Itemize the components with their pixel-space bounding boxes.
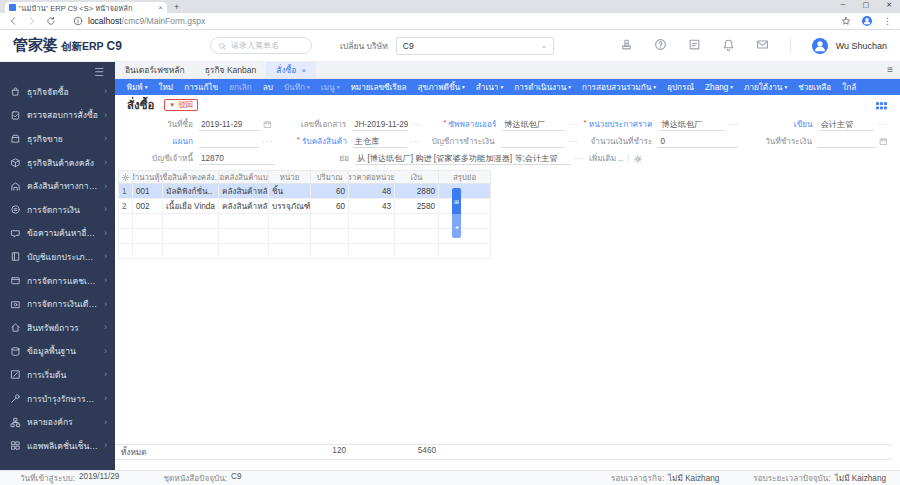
grid-column-header[interactable]: จำนวนหุ้น xyxy=(133,170,163,184)
toolbar-button[interactable]: ภายใต้งาน▾ xyxy=(739,81,793,94)
grid-column-header[interactable]: ชื่อสินค้าคงคลัง.. xyxy=(163,170,219,184)
sidebar-item[interactable]: บัญชีแยกประเภททั่วไป› xyxy=(0,245,115,269)
grid-empty-cell[interactable] xyxy=(269,244,311,259)
grid-empty-cell[interactable] xyxy=(133,244,163,259)
grid-cell[interactable]: 60 xyxy=(311,184,349,199)
toolbar-button[interactable]: อุปกรณ์ xyxy=(662,81,700,94)
grid-cell[interactable]: 60 xyxy=(311,199,349,214)
grid-cell[interactable] xyxy=(439,184,491,199)
grid-empty-cell[interactable] xyxy=(133,229,163,244)
grid-empty-cell[interactable] xyxy=(311,244,349,259)
help-icon[interactable] xyxy=(654,37,667,55)
toolbar-button[interactable]: หมายเลขซีเรียล xyxy=(345,81,412,94)
grid-empty-cell[interactable] xyxy=(163,229,219,244)
field-input[interactable]: 会计主管 xyxy=(819,118,874,131)
browser-menu-icon[interactable]: ⋮ xyxy=(883,16,892,26)
grid-empty-cell[interactable] xyxy=(118,229,133,244)
toolbar-button[interactable]: สุขภาพดีขึ้น▾ xyxy=(412,81,470,94)
grid-settings-header[interactable] xyxy=(118,170,133,184)
grid-column-header[interactable]: ราคาต่อหน่วย xyxy=(349,170,395,184)
back-icon[interactable] xyxy=(8,16,18,26)
ellipsis-button[interactable]: ··· xyxy=(411,120,422,129)
document-tab[interactable]: อินเตอร์เฟซหลัก xyxy=(115,62,195,78)
field-input[interactable]: 主仓库 xyxy=(353,135,407,148)
grid-empty-cell[interactable] xyxy=(439,244,491,259)
sidebar-item[interactable]: สินทรัพย์ถาวร› xyxy=(0,316,115,340)
note-icon[interactable] xyxy=(688,37,701,55)
info-icon[interactable] xyxy=(73,16,83,26)
ellipsis-button[interactable]: ··· xyxy=(574,154,585,163)
document-tab[interactable]: ธุรกิจ Kanban xyxy=(195,62,267,78)
toolbar-button[interactable]: เมนู▾ xyxy=(315,81,345,94)
sidebar-item[interactable]: ธุรกิจขาย› xyxy=(0,127,115,151)
calendar-icon[interactable] xyxy=(263,120,272,129)
mail-icon[interactable] xyxy=(756,37,769,55)
grid-empty-cell[interactable] xyxy=(395,244,439,259)
ellipsis-button[interactable]: ··· xyxy=(262,137,273,146)
bell-icon[interactable] xyxy=(722,37,735,55)
grid-cell[interactable]: มัลติฟังก์ชั่น.. xyxy=(163,184,219,199)
browser-profile-avatar[interactable] xyxy=(862,16,872,26)
document-tab[interactable]: สั่งซื้อ× xyxy=(266,62,316,78)
sidebar-item[interactable]: การบำรุงรักษาระบบ› xyxy=(0,387,115,411)
grid-empty-cell[interactable] xyxy=(439,229,491,244)
grid-column-header[interactable]: สรุปย่อ xyxy=(439,170,491,184)
row-number-cell[interactable]: 1 xyxy=(118,184,133,199)
close-icon[interactable]: ✕ xyxy=(886,1,892,9)
user-name[interactable]: Wu Shuchan xyxy=(836,41,887,51)
toolbar-button[interactable]: การสอบสวนร่วมกัน▾ xyxy=(577,81,662,94)
field-label[interactable]: * รับคลังสินค้า xyxy=(277,135,347,148)
user-avatar[interactable] xyxy=(812,38,828,54)
field-label[interactable]: เขียน xyxy=(743,118,813,131)
grid-column-header[interactable]: หน่วย xyxy=(269,170,311,184)
reload-icon[interactable] xyxy=(46,16,56,26)
grid-empty-cell[interactable] xyxy=(219,229,269,244)
sidebar-item[interactable]: ข้อมูลพื้นฐาน› xyxy=(0,340,115,364)
field-input[interactable] xyxy=(501,135,565,148)
side-panel-handle[interactable]: ⊞ ◂ xyxy=(452,188,461,238)
menu-search-box[interactable] xyxy=(210,37,312,54)
sidebar-item[interactable]: แอพพลิเคชั่นเซ็นเตอร์› xyxy=(0,434,115,458)
grid-empty-cell[interactable] xyxy=(133,214,163,229)
field-input[interactable]: JH-2019-11-29-00004 xyxy=(352,118,408,131)
grid-column-header[interactable]: เงิน xyxy=(395,170,439,184)
grid-empty-cell[interactable] xyxy=(219,244,269,259)
search-input[interactable] xyxy=(231,41,301,50)
toolbar-button[interactable]: บันทึก▾ xyxy=(278,81,315,94)
grid-cell[interactable]: บรรจุภัณฑ์ xyxy=(269,199,311,214)
sidebar-item[interactable]: การเริ่มต้น› xyxy=(0,363,115,387)
toolbar-button[interactable]: พิมพ์▾ xyxy=(121,81,153,94)
qr-grid-icon[interactable] xyxy=(875,99,888,117)
grid-cell[interactable]: เนื้อเยื่อ Vinda xyxy=(163,199,219,214)
browser-tab[interactable]: "แม่บ้าน" ERP C9 <S> หน้าจอหลัก × xyxy=(5,2,167,13)
gear-icon[interactable] xyxy=(633,154,643,164)
field-label[interactable]: แผนก xyxy=(123,135,193,148)
url-field[interactable]: localhost /cmc9/MainForm.gspx xyxy=(73,16,841,26)
toolbar-button[interactable]: สำเนา▾ xyxy=(470,81,508,94)
grid-cell[interactable]: 43 xyxy=(349,199,395,214)
grid-cell[interactable]: 2580 xyxy=(395,199,439,214)
grid-empty-cell[interactable] xyxy=(349,214,395,229)
company-select[interactable]: C9 ⌄ xyxy=(396,37,554,55)
sidebar-item[interactable]: คลังสินค้าทางกายภาพ› xyxy=(0,174,115,198)
toolbar-button[interactable]: Zhang▾ xyxy=(700,83,739,92)
sidebar-item[interactable]: ข้อความค้นหาอื่น ๆ› xyxy=(0,222,115,246)
tabstrip-menu-icon[interactable]: ≡ xyxy=(887,65,893,75)
field-input[interactable] xyxy=(199,135,259,148)
sidebar-item[interactable]: การจัดการเงิน› xyxy=(0,198,115,222)
grid-empty-cell[interactable] xyxy=(349,244,395,259)
stamp-icon[interactable] xyxy=(620,37,633,55)
grid-empty-cell[interactable] xyxy=(269,214,311,229)
grid-cell[interactable]: คลังสินค้าหลัก xyxy=(219,199,269,214)
toolbar-button[interactable]: ใหม่ xyxy=(153,81,179,94)
grid-empty-cell[interactable] xyxy=(118,244,133,259)
sidebar-item[interactable]: การจัดการเงินเดือน› xyxy=(0,292,115,316)
field-label[interactable]: * หน่วยประกาศราคา xyxy=(583,118,653,131)
grid-empty-cell[interactable] xyxy=(311,229,349,244)
ellipsis-button[interactable]: ··· xyxy=(410,137,421,146)
grid-cell[interactable]: 001 xyxy=(133,184,163,199)
field-input[interactable]: 2019-11-29 xyxy=(199,118,260,131)
ellipsis-button[interactable]: ··· xyxy=(568,120,579,129)
ellipsis-button[interactable]: ··· xyxy=(728,120,739,129)
grid-cell[interactable]: คลังสินค้าหลัก xyxy=(219,184,269,199)
